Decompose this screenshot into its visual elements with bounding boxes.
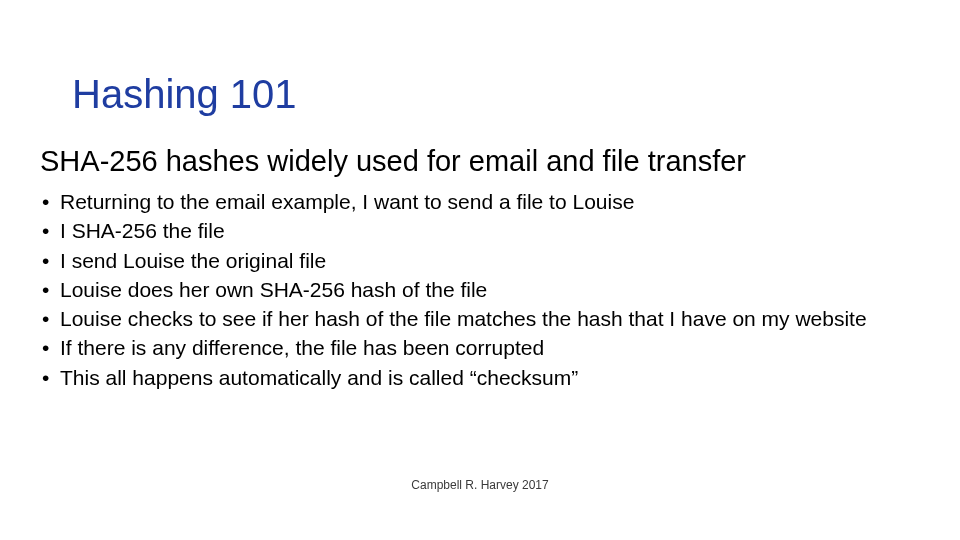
bullet-list: Returning to the email example, I want t… <box>40 188 920 393</box>
list-item: This all happens automatically and is ca… <box>40 364 920 391</box>
slide-subtitle: SHA-256 hashes widely used for email and… <box>40 145 746 178</box>
list-item: I send Louise the original file <box>40 247 920 274</box>
slide: Hashing 101 SHA-256 hashes widely used f… <box>0 0 960 540</box>
slide-title: Hashing 101 <box>72 72 297 116</box>
list-item: I SHA-256 the file <box>40 217 920 244</box>
list-item: Returning to the email example, I want t… <box>40 188 920 215</box>
list-item: Louise checks to see if her hash of the … <box>40 305 920 332</box>
slide-footer: Campbell R. Harvey 2017 <box>0 478 960 492</box>
list-item: If there is any difference, the file has… <box>40 334 920 361</box>
list-item: Louise does her own SHA-256 hash of the … <box>40 276 920 303</box>
